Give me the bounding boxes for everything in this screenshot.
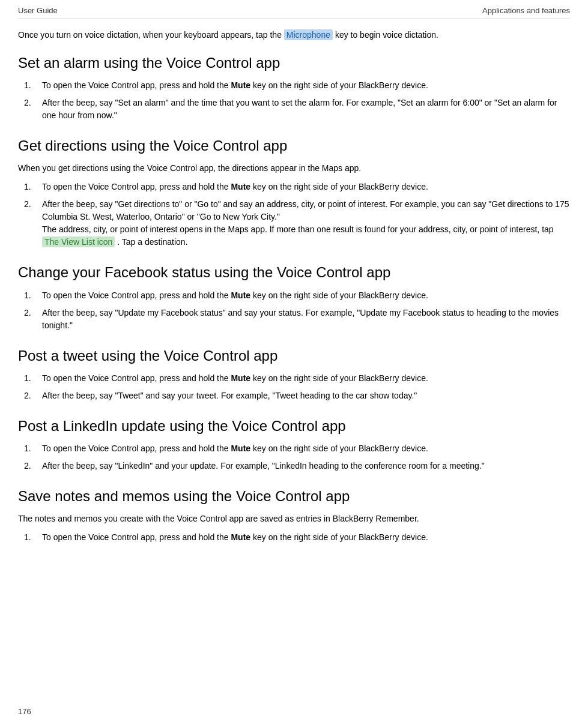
step-content: To open the Voice Control app, press and…	[42, 442, 570, 455]
section-title-post-tweet: Post a tweet using the Voice Control app	[18, 346, 570, 365]
steps-list-set-alarm: 1.To open the Voice Control app, press a…	[18, 79, 570, 122]
step-content: After the beep, say "LinkedIn" and your …	[42, 460, 570, 472]
section-get-directions: Get directions using the Voice Control a…	[18, 136, 570, 248]
header-left: User Guide	[18, 6, 58, 15]
header-right: Applications and features	[482, 6, 570, 15]
sections-container: Set an alarm using the Voice Control app…	[18, 53, 570, 544]
list-item: 1.To open the Voice Control app, press a…	[18, 531, 570, 544]
step-number: 2.	[18, 97, 42, 122]
list-item: 1.To open the Voice Control app, press a…	[18, 289, 570, 302]
bold-keyword: Mute	[231, 182, 250, 191]
list-item: 2.After the beep, say "Tweet" and say yo…	[18, 390, 570, 402]
page-footer: 176	[18, 707, 31, 716]
bold-keyword: Mute	[231, 444, 250, 453]
bold-keyword: Mute	[231, 80, 250, 90]
section-set-alarm: Set an alarm using the Voice Control app…	[18, 53, 570, 122]
list-item: 2.After the beep, say "LinkedIn" and you…	[18, 460, 570, 472]
steps-list-get-directions: 1.To open the Voice Control app, press a…	[18, 181, 570, 248]
step-number: 1.	[18, 531, 42, 544]
bold-keyword: Mute	[231, 290, 250, 300]
step-number: 2.	[18, 460, 42, 472]
list-item: 1.To open the Voice Control app, press a…	[18, 372, 570, 385]
step-content: To open the Voice Control app, press and…	[42, 372, 570, 385]
step-content: To open the Voice Control app, press and…	[42, 289, 570, 302]
bold-keyword: Mute	[231, 532, 250, 542]
bold-keyword: Mute	[231, 373, 250, 383]
list-item: 1.To open the Voice Control app, press a…	[18, 79, 570, 92]
list-item: 2.After the beep, say "Get directions to…	[18, 198, 570, 248]
section-body-save-notes: The notes and memos you create with the …	[18, 513, 570, 525]
section-linkedin-update: Post a LinkedIn update using the Voice C…	[18, 417, 570, 472]
section-body-get-directions: When you get directions using the Voice …	[18, 162, 570, 175]
step-number: 1.	[18, 79, 42, 92]
step-number: 2.	[18, 307, 42, 332]
intro-text-after: key to begin voice dictation.	[335, 30, 438, 40]
step-number: 2.	[18, 390, 42, 402]
step-number: 1.	[18, 181, 42, 193]
step-content: After the beep, say "Tweet" and say your…	[42, 390, 570, 402]
steps-list-post-tweet: 1.To open the Voice Control app, press a…	[18, 372, 570, 402]
section-title-facebook-status: Change your Facebook status using the Vo…	[18, 263, 570, 281]
step-content: To open the Voice Control app, press and…	[42, 531, 570, 544]
section-facebook-status: Change your Facebook status using the Vo…	[18, 263, 570, 331]
step-content: To open the Voice Control app, press and…	[42, 79, 570, 92]
page-container: User Guide Applications and features Onc…	[0, 0, 588, 576]
intro-paragraph: Once you turn on voice dictation, when y…	[18, 29, 570, 41]
page-number: 176	[18, 707, 31, 716]
step-content: To open the Voice Control app, press and…	[42, 181, 570, 193]
view-list-icon: The View List icon	[42, 236, 115, 247]
page-header: User Guide Applications and features	[18, 6, 570, 19]
steps-list-facebook-status: 1.To open the Voice Control app, press a…	[18, 289, 570, 332]
step-number: 2.	[18, 198, 42, 248]
section-post-tweet: Post a tweet using the Voice Control app…	[18, 346, 570, 402]
step-content: After the beep, say "Get directions to" …	[42, 198, 570, 248]
list-item: 1.To open the Voice Control app, press a…	[18, 181, 570, 193]
section-title-save-notes: Save notes and memos using the Voice Con…	[18, 487, 570, 505]
step-number: 1.	[18, 372, 42, 385]
steps-list-linkedin-update: 1.To open the Voice Control app, press a…	[18, 442, 570, 472]
steps-list-save-notes: 1.To open the Voice Control app, press a…	[18, 531, 570, 544]
step-content: After the beep, say "Update my Facebook …	[42, 307, 570, 332]
step-content: After the beep, say "Set an alarm" and t…	[42, 97, 570, 122]
list-item: 1.To open the Voice Control app, press a…	[18, 442, 570, 455]
list-item: 2.After the beep, say "Update my Faceboo…	[18, 307, 570, 332]
microphone-highlight: Microphone	[284, 29, 333, 40]
intro-text-before: Once you turn on voice dictation, when y…	[18, 30, 284, 40]
section-title-set-alarm: Set an alarm using the Voice Control app	[18, 53, 570, 72]
section-save-notes: Save notes and memos using the Voice Con…	[18, 487, 570, 544]
step-number: 1.	[18, 442, 42, 455]
section-title-linkedin-update: Post a LinkedIn update using the Voice C…	[18, 417, 570, 435]
step-number: 1.	[18, 289, 42, 302]
list-item: 2.After the beep, say "Set an alarm" and…	[18, 97, 570, 122]
section-title-get-directions: Get directions using the Voice Control a…	[18, 136, 570, 155]
